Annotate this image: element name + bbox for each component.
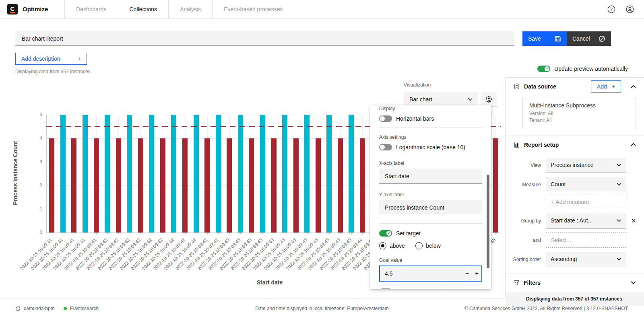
instances-note: Displaying data from 357 instances. [15, 69, 92, 74]
add-measure-button[interactable]: + Add measure [546, 195, 626, 209]
report-setup-title: Report setup [524, 142, 627, 148]
horizontal-bars-toggle[interactable] [379, 115, 392, 122]
add-description-button[interactable]: Add description + [15, 53, 87, 65]
y-axis-label-label: Y-axis label [379, 189, 482, 198]
x-axis-label-label: X-axis label [379, 157, 482, 166]
bar [171, 115, 176, 233]
bar [94, 138, 99, 233]
bar [238, 115, 243, 233]
data-source-card[interactable]: Multi-Instance Subprocess Version: All T… [522, 97, 636, 129]
y-axis-tick-label: 2 [33, 183, 42, 188]
nav-item-event-based-processes[interactable]: Event-based processes [212, 0, 294, 19]
x-axis-tick [52, 233, 52, 235]
bar [105, 115, 110, 233]
camunda-logo-icon[interactable]: C [7, 4, 18, 14]
x-axis-label-input[interactable] [379, 169, 482, 184]
bar [116, 138, 121, 233]
group-by-dropdown[interactable]: Start date : Aut... [546, 213, 626, 228]
decrement-button[interactable]: − [462, 266, 472, 281]
nav-item-collections[interactable]: Collections [118, 0, 168, 19]
display-section-label: Display [379, 105, 482, 111]
bar [194, 115, 199, 233]
process-version: Version: All [529, 110, 629, 117]
remove-group-by-button[interactable]: ✕ [631, 217, 636, 224]
custom-precision-toggle[interactable] [379, 288, 392, 289]
nav-item-analysis[interactable]: Analysis [168, 0, 212, 19]
target-above-radio[interactable]: above [379, 242, 405, 249]
goal-value-label: Goal value [379, 254, 482, 263]
optimize-report-page: C Optimize Dashboards Collections Analys… [0, 0, 644, 319]
topnav-icons: ? [607, 5, 634, 14]
update-preview-toggle[interactable] [537, 66, 550, 72]
filter-icon [514, 280, 520, 286]
configuration-sidebar: Data source Add + Multi-Instance Subproc… [505, 77, 644, 298]
bar [260, 115, 265, 233]
view-dropdown[interactable]: Process instance [546, 158, 626, 173]
divider [379, 223, 482, 224]
copyright-note: © Camunda Services GmbH 2023, All Rights… [464, 306, 628, 311]
increment-button[interactable]: + [472, 266, 481, 281]
bar [360, 138, 365, 233]
x-axis-tick [329, 233, 330, 235]
divider [379, 128, 482, 128]
popover-scrollbar[interactable] [487, 175, 489, 268]
x-axis-tick [152, 233, 152, 235]
x-axis-tick [196, 233, 196, 235]
and-group-select[interactable]: Select... [546, 233, 626, 248]
bar [71, 138, 76, 233]
y-axis-label-input[interactable] [379, 200, 482, 215]
save-icon [555, 35, 561, 42]
chart-settings-popover: Display Horizontal bars Axis settings Lo… [370, 105, 491, 289]
target-below-radio[interactable]: below [415, 242, 441, 249]
chevron-down-icon [617, 183, 621, 186]
x-axis-tick [185, 233, 186, 235]
horizontal-bars-label: Horizontal bars [396, 115, 434, 122]
gear-icon [485, 96, 493, 103]
bar [338, 138, 343, 233]
chevron-down-icon[interactable] [631, 281, 636, 284]
visualization-dropdown[interactable]: Bar chart [404, 92, 478, 107]
set-target-toggle[interactable] [379, 230, 392, 237]
bar [271, 138, 277, 233]
visualization-label: Visualization [404, 82, 431, 88]
x-axis-tick [130, 233, 130, 235]
bar [204, 138, 210, 233]
cancel-button-label: Cancel [572, 35, 590, 42]
target-below-label: below [426, 243, 441, 249]
goal-value-input[interactable] [380, 266, 462, 281]
cancel-button[interactable]: Cancel [567, 31, 611, 46]
add-data-source-button[interactable]: Add + [591, 80, 621, 93]
measure-dropdown[interactable]: Count [546, 177, 626, 192]
report-title-input[interactable] [15, 31, 514, 46]
x-axis-tick [252, 233, 252, 235]
save-button-label: Save [528, 35, 541, 42]
y-axis-tick-label: 0 [33, 230, 42, 235]
chevron-down-icon [617, 163, 621, 167]
x-axis-tick [495, 233, 496, 235]
update-preview-label: Update preview automatically [554, 66, 628, 72]
y-axis-tick-label: 1 [33, 206, 42, 212]
info-icon[interactable] [445, 288, 452, 289]
x-axis-tick [207, 233, 208, 235]
sorting-order-dropdown[interactable]: Ascending [546, 252, 626, 267]
chevron-down-icon [617, 257, 621, 261]
bar [216, 115, 221, 233]
x-axis-tick [163, 233, 163, 235]
chart-settings-button[interactable] [481, 92, 497, 107]
user-icon[interactable] [625, 5, 634, 14]
logarithmic-scale-toggle[interactable] [379, 144, 392, 150]
x-axis-tick [274, 233, 274, 235]
data-source-header: Data source Add + [506, 78, 644, 95]
measure-label: Measure [506, 182, 546, 187]
chevron-up-icon[interactable] [631, 143, 636, 146]
process-name: Multi-Instance Subprocess [529, 102, 629, 109]
nav-item-dashboards[interactable]: Dashboards [64, 0, 118, 19]
save-button[interactable]: Save [522, 31, 567, 46]
report-setup-header: Report setup [506, 136, 644, 154]
bar [138, 138, 143, 233]
help-icon[interactable]: ? [607, 5, 616, 14]
y-axis-tick-label: 5 [33, 112, 42, 117]
y-axis-tick-label: 4 [33, 136, 42, 141]
bar [83, 115, 88, 233]
chevron-up-icon[interactable] [631, 85, 636, 88]
